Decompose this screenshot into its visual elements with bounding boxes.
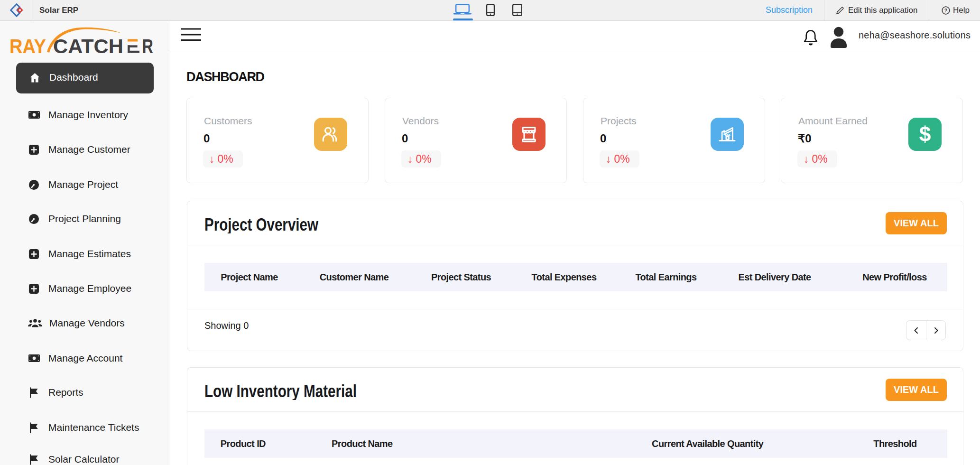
- svg-text:?: ?: [944, 8, 947, 13]
- svg-text:Low Inventory Material: Low Inventory Material: [204, 381, 357, 400]
- svg-text:Project Overview: Project Overview: [204, 215, 319, 233]
- svg-text:RAY: RAY: [9, 35, 46, 57]
- svg-text:CATCH: CATCH: [53, 35, 123, 57]
- svg-text:R: R: [142, 35, 154, 57]
